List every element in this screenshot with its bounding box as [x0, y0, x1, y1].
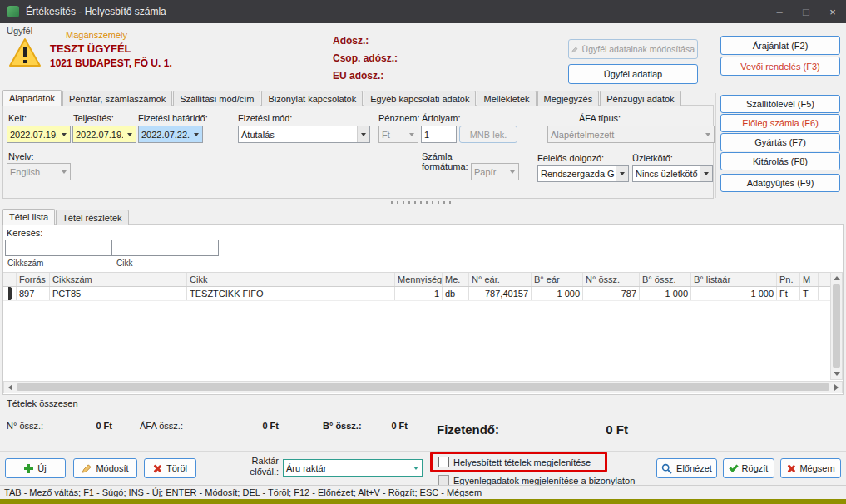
modify-item-button[interactable]: Módosít: [73, 458, 137, 478]
status-bar-text: TAB - Mező váltás; F1 - Súgó; INS - Új; …: [4, 487, 482, 497]
horizontal-scroll-thumb[interactable]: [17, 383, 829, 391]
search-cikk-input[interactable]: [111, 240, 219, 256]
cancel-button[interactable]: Mégsem: [780, 458, 841, 478]
cell-mennyiseg: 1: [395, 287, 443, 300]
delivery-note-button[interactable]: Szállítólevél (F5): [720, 95, 840, 113]
new-item-button[interactable]: Új: [5, 458, 66, 478]
kelt-date-select[interactable]: 2022.07.19.: [7, 126, 71, 143]
column-b-ear[interactable]: B° eár: [532, 273, 583, 286]
raktar-eloval-label-1: Raktár: [235, 456, 279, 466]
plus-icon: [24, 464, 33, 473]
afa-ossz-label: ÁFA össz.:: [140, 421, 183, 431]
table-row[interactable]: 897 PCT85 TESZTCIKK FIFO 1 db 787,40157 …: [3, 287, 830, 301]
delete-item-button[interactable]: Töröl: [144, 458, 196, 478]
penznem-label: Pénznem:: [378, 113, 420, 123]
magnifier-icon: [661, 463, 672, 474]
app-icon: [7, 6, 19, 17]
scroll-left-icon[interactable]: [4, 382, 16, 393]
column-m[interactable]: M: [800, 273, 819, 286]
cell-m: T: [800, 287, 819, 300]
customer-address: 1021 BUDAPEST, FŐ U. 1.: [50, 57, 172, 69]
afa-tipus-select: Alapértelmezett: [547, 126, 715, 143]
customer-type-label: Magánszemély: [66, 30, 127, 40]
column-n-ear[interactable]: N° eár.: [469, 273, 532, 286]
chevron-down-icon: [123, 126, 136, 142]
tab-bizonylat-kapcsolatok[interactable]: Bizonylat kapcsolatok: [261, 91, 363, 106]
raktar-select[interactable]: Áru raktár: [283, 459, 423, 477]
column-n-ossz[interactable]: N° össz.: [583, 273, 640, 286]
modify-customer-button[interactable]: Ügyfél adatainak módosítása: [568, 39, 698, 59]
eu-tax-number-label: EU adósz.:: [333, 70, 383, 82]
cell-b-ear: 1 000: [532, 287, 583, 300]
vertical-scroll-thumb[interactable]: [833, 284, 840, 368]
tab-penzugyi-adatok[interactable]: Pénzügyi adatok: [600, 91, 680, 106]
tab-szallitasi-mod-cim[interactable]: Szállítási mód/cím: [173, 91, 260, 106]
tab-penztar-szamlaszamok[interactable]: Pénztár, számlaszámok: [62, 91, 172, 106]
felelos-dolgozo-select[interactable]: Rendszergazda G: [537, 165, 629, 182]
items-tabstrip: Tétel lista Tétel részletek: [2, 209, 130, 225]
cell-b-ossz: 1 000: [640, 287, 691, 300]
scroll-down-icon[interactable]: [831, 368, 843, 379]
uzletkoto-label: Üzletkötő:: [632, 153, 673, 163]
vertical-scrollbar[interactable]: [830, 272, 843, 380]
felelos-dolgozo-label: Felelős dolgozó:: [537, 153, 604, 163]
tab-megjegyzes[interactable]: Megjegyzés: [537, 91, 600, 106]
quote-button[interactable]: Árajánlat (F2): [720, 36, 840, 55]
chevron-down-icon: [57, 126, 70, 142]
teljesites-date-select[interactable]: 2022.07.19.: [72, 126, 136, 143]
outbound-button[interactable]: Kitárolás (F8): [720, 152, 840, 170]
pencil-icon: [571, 45, 578, 54]
cell-cikkszam: PCT85: [50, 287, 187, 300]
chevron-down-icon: [57, 164, 70, 180]
tab-alapadatok[interactable]: Alapadatok: [2, 90, 62, 106]
fizetesi-mod-select[interactable]: Átutalás: [238, 126, 370, 143]
uzletkoto-select[interactable]: Nincs üzletkötő: [632, 165, 713, 182]
column-cikkszam[interactable]: Cikkszám: [50, 273, 187, 286]
advance-invoice-button[interactable]: Előleg számla (F6): [720, 114, 840, 132]
arfolyam-input[interactable]: 1: [421, 126, 457, 143]
mnb-lekerdezes-button[interactable]: MNB lek.: [459, 126, 517, 143]
save-button[interactable]: Rögzít: [723, 458, 774, 478]
tab-mellekletek[interactable]: Mellékletek: [477, 91, 536, 106]
arfolyam-label: Árfolyam:: [422, 113, 460, 123]
search-cikkszam-input[interactable]: [5, 240, 112, 256]
data-collection-button[interactable]: Adatgyűjtés (F9): [720, 174, 840, 192]
horizontal-scrollbar[interactable]: [3, 381, 843, 393]
scroll-up-icon[interactable]: [831, 273, 843, 284]
tab-tetel-lista[interactable]: Tétel lista: [2, 209, 55, 225]
close-button[interactable]: ×: [819, 0, 846, 23]
tax-number-label: Adósz.:: [333, 35, 369, 47]
b-ossz-value: 0 Ft: [366, 421, 408, 431]
totals-title: Tételek összesen: [7, 398, 78, 408]
column-forras[interactable]: Forrás: [17, 273, 50, 286]
cell-pn: Ft: [777, 287, 800, 300]
tab-egyeb-kapcsolati-adatok[interactable]: Egyéb kapcsolati adatok: [364, 91, 476, 106]
hatarido-label: Fizetési határidő:: [138, 113, 208, 123]
row-indicator-icon: [8, 287, 12, 300]
column-b-ossz[interactable]: B° össz.: [640, 273, 691, 286]
scroll-right-icon[interactable]: [830, 382, 842, 393]
column-me[interactable]: Me.: [443, 273, 469, 286]
chevron-down-icon: [701, 126, 714, 142]
hatarido-date-select[interactable]: 2022.07.22.: [138, 126, 203, 143]
chevron-down-icon: [700, 166, 712, 181]
column-b-listaar[interactable]: B° listaár: [691, 273, 777, 286]
production-button[interactable]: Gyártás (F7): [720, 133, 840, 151]
window-controls: – □ ×: [766, 0, 846, 23]
nyelv-label: Nyelv:: [8, 151, 34, 161]
title-bar: Értékesítés - Helyesbítő számla – □ ×: [0, 0, 846, 23]
kelt-label: Kelt:: [8, 113, 27, 123]
column-cikk[interactable]: Cikk: [187, 273, 395, 286]
tab-tetel-reszletek[interactable]: Tétel részletek: [56, 210, 129, 225]
minimize-button[interactable]: –: [766, 0, 793, 23]
splitter-handle[interactable]: [391, 201, 453, 204]
maximize-button[interactable]: □: [793, 0, 819, 23]
row-indicator-cell: [3, 287, 17, 300]
column-mennyiseg[interactable]: Mennyiség: [395, 273, 443, 286]
preview-button[interactable]: Előnézet: [656, 458, 717, 478]
column-pn[interactable]: Pn.: [777, 273, 800, 286]
customer-datasheet-button[interactable]: Ügyfél adatlap: [568, 64, 698, 84]
pencil-icon: [82, 463, 92, 473]
customer-order-button[interactable]: Vevői rendelés (F3): [720, 57, 840, 76]
fizetendo-value: 0 Ft: [532, 422, 628, 437]
